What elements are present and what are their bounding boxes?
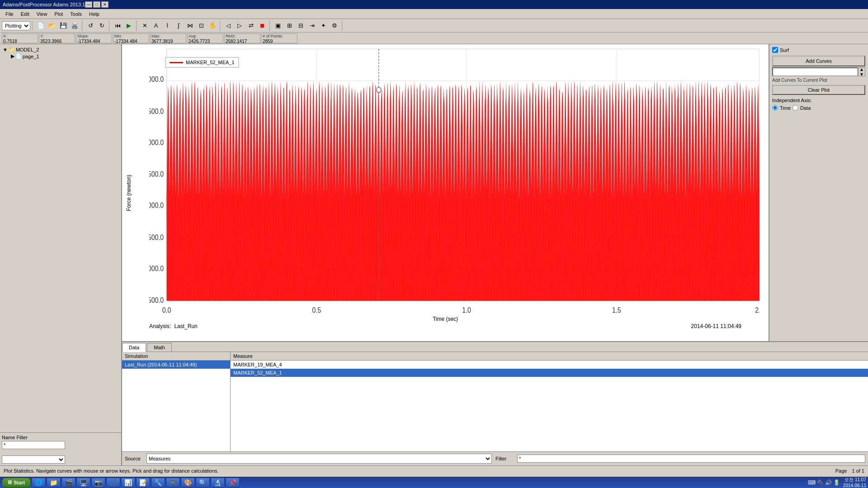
tree-area: ▼ 📁 MODEL_2 ▶ 📄 page_1 <box>0 44 121 432</box>
taskbar-app9[interactable]: 🔬 <box>211 478 225 488</box>
menu-view[interactable]: View <box>33 10 51 18</box>
filter-label: Filter <box>495 456 514 461</box>
menu-tools[interactable]: Tools <box>66 10 85 18</box>
tab-data[interactable]: Data <box>122 343 146 352</box>
name-filter-dropdown[interactable] <box>2 455 65 464</box>
new-btn[interactable]: 📄 <box>35 20 46 31</box>
file-group: 📄 📂 💾 🖨️ <box>35 20 82 31</box>
taskbar-app5[interactable]: 🔧 <box>151 478 165 488</box>
print-btn[interactable]: 🖨️ <box>69 20 80 31</box>
text-btn[interactable]: A <box>151 20 161 31</box>
spline-btn[interactable]: ⌇ <box>162 20 173 31</box>
data-radio-label: Data <box>800 105 811 111</box>
viewport3-btn[interactable]: ⊟ <box>295 20 306 31</box>
viewport1-btn[interactable]: ▣ <box>273 20 283 31</box>
taskbar-app7[interactable]: 🎨 <box>181 478 195 488</box>
chart-right-row: MODEL_2 MARKER_52_MEA_1 <box>122 44 868 341</box>
tab-content: Simulation Last_Run (2014-06-11 11:04:49… <box>122 352 868 451</box>
integrate-btn[interactable]: ∫ <box>173 20 184 31</box>
sync-btn[interactable]: ⇄ <box>245 20 256 31</box>
tree-item-page1[interactable]: ▶ 📄 page_1 <box>2 53 119 60</box>
svg-text:4000.0: 4000.0 <box>149 75 164 83</box>
add-curves-button[interactable]: Add Curves <box>772 56 865 66</box>
app-title: Adams/PostProcessor Adams 2013.1 <box>3 2 85 7</box>
export-btn[interactable]: ✦ <box>318 20 329 31</box>
name-filter-input[interactable] <box>2 441 65 449</box>
tree-item-model2[interactable]: ▼ 📁 MODEL_2 <box>2 46 119 53</box>
right-panel: Surf Add Curves ▲▼ Add Curves To Current… <box>769 44 868 341</box>
page-info: Page 1 of 1 <box>835 468 864 474</box>
prev-page-btn[interactable]: ◁ <box>223 20 234 31</box>
maximize-button[interactable]: □ <box>93 1 100 8</box>
save-btn[interactable]: 💾 <box>58 20 69 31</box>
close-button[interactable]: ✕ <box>101 1 108 8</box>
chart-legend: MARKER_52_MEA_1 <box>165 57 239 68</box>
avg-stat: Avg: 2426.7723 <box>187 33 223 43</box>
taskbar-app10[interactable]: 📌 <box>226 478 240 488</box>
rotate-left-btn[interactable]: ↺ <box>85 20 96 31</box>
menu-plot[interactable]: Plot <box>51 10 66 18</box>
filter-input[interactable] <box>517 455 865 463</box>
tabs: Data Math <box>122 342 868 352</box>
menu-file[interactable]: File <box>2 10 17 18</box>
menu-help[interactable]: Help <box>85 10 103 18</box>
menu-bar: File Edit View Plot Tools Help <box>0 9 868 19</box>
tools-group: ✕ A ⌇ ∫ ⋈ ⊡ ✋ <box>139 20 220 31</box>
measure-item-0[interactable]: MARKER_19_MEA_4 <box>231 361 868 369</box>
taskbar-app1[interactable]: 📷 <box>91 478 105 488</box>
taskbar-app8[interactable]: 🔍 <box>196 478 210 488</box>
start-button[interactable]: ⊞ Start <box>2 478 31 488</box>
next-page-btn[interactable]: ▷ <box>234 20 245 31</box>
settings-btn[interactable]: ⚙ <box>329 20 340 31</box>
surf-row: Surf <box>772 47 865 53</box>
taskbar-display[interactable]: 🖥️ <box>76 478 90 488</box>
stop-btn[interactable]: ⏹ <box>257 20 268 31</box>
clear-plot-button[interactable]: Clear Plot <box>772 85 865 95</box>
measure-column: Measure MARKER_19_MEA_4 MARKER_52_MEA_1 <box>231 352 868 451</box>
status-message: Plot Statistics. Navigate curves with mo… <box>4 468 219 474</box>
legend-text: MARKER_52_MEA_1 <box>186 60 235 65</box>
time-radio[interactable] <box>772 105 778 111</box>
viewport2-btn[interactable]: ⊞ <box>284 20 295 31</box>
add-curves-current-input[interactable] <box>772 67 858 76</box>
open-btn[interactable]: 📂 <box>47 20 57 31</box>
view-group: ▣ ⊞ ⊟ ⇥ ✦ ⚙ <box>273 20 342 31</box>
taskbar-ie[interactable]: 🌐 <box>32 478 46 488</box>
rotate-right-btn[interactable]: ↻ <box>96 20 107 31</box>
slope-stat: Slope: -17334.484 <box>76 33 112 43</box>
avg-label: Avg: <box>188 34 223 39</box>
taskbar-explorer[interactable]: 📁 <box>47 478 61 488</box>
taskbar-app6[interactable]: 🎮 <box>166 478 180 488</box>
taskbar-app4[interactable]: 📝 <box>136 478 150 488</box>
simulation-header: Simulation <box>122 352 230 361</box>
taskbar-app2[interactable]: 🎵 <box>106 478 120 488</box>
data-radio[interactable] <box>793 105 798 111</box>
measure-item-1[interactable]: MARKER_52_MEA_1 <box>231 369 868 377</box>
x-stat: X: 0.7518 <box>2 33 38 43</box>
hand-btn[interactable]: ✋ <box>207 20 218 31</box>
date-text: 2014-06-11 11:04:49 <box>691 323 741 329</box>
expand-icon: ▼ <box>3 47 8 52</box>
zoom-fit-btn[interactable]: ⊡ <box>196 20 207 31</box>
mode-select[interactable]: Plotting <box>2 21 30 30</box>
cursor-btn[interactable]: ✕ <box>139 20 150 31</box>
first-btn[interactable]: ⏮ <box>112 20 123 31</box>
minimize-button[interactable]: — <box>85 1 92 8</box>
taskbar-app3[interactable]: 📊 <box>121 478 135 488</box>
surf-checkbox[interactable] <box>772 47 778 53</box>
svg-text:500.0: 500.0 <box>149 296 164 304</box>
add-curves-scroll-btn[interactable]: ▲▼ <box>858 67 865 76</box>
tab-math[interactable]: Math <box>147 343 171 352</box>
mode-group: Plotting <box>2 21 33 30</box>
menu-edit[interactable]: Edit <box>17 10 33 18</box>
start-label: Start <box>14 480 25 485</box>
fft-btn[interactable]: ⋈ <box>184 20 195 31</box>
taskbar-media[interactable]: 🎬 <box>61 478 75 488</box>
play-btn[interactable]: ▶ <box>123 20 134 31</box>
source-select[interactable]: Measures <box>146 454 492 464</box>
main-content: ▼ 📁 MODEL_2 ▶ 📄 page_1 Name Filter <box>0 44 868 465</box>
import-btn[interactable]: ⇥ <box>307 20 317 31</box>
sim-item-0[interactable]: Last_Run (2014-06-11 11:04:49) <box>122 361 230 369</box>
y-axis-label: Force (newton) <box>126 174 132 211</box>
min-label: Min: <box>113 34 149 39</box>
